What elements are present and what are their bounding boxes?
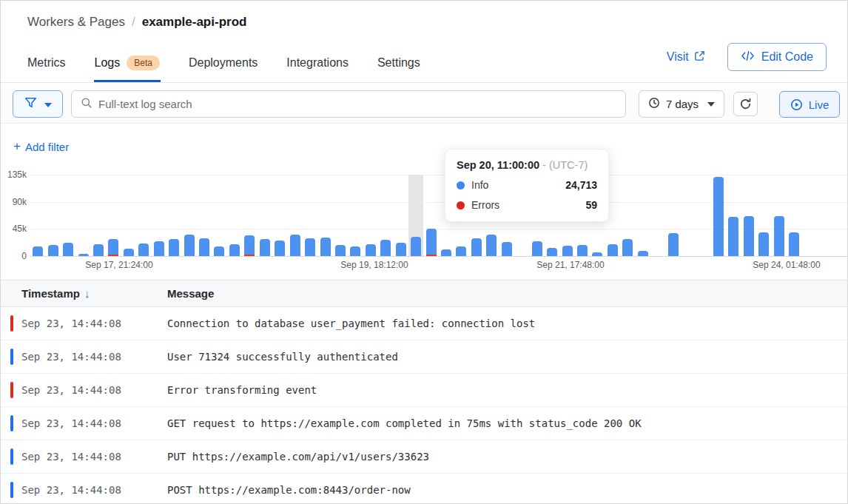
time-range-dropdown[interactable]: 7 days [639, 90, 724, 118]
log-volume-bar[interactable] [532, 241, 542, 256]
log-volume-bar[interactable] [335, 245, 346, 256]
log-volume-bar[interactable] [396, 243, 406, 256]
log-volume-bar[interactable] [305, 238, 315, 256]
log-volume-bar[interactable] [48, 245, 58, 256]
log-volume-bar[interactable] [275, 241, 285, 256]
tab-metrics[interactable]: Metrics [27, 48, 67, 82]
tooltip-series-label: Info [471, 179, 488, 191]
log-volume-bar[interactable] [366, 244, 376, 256]
info-segment [728, 217, 738, 256]
x-axis-tick: Sep 17, 21:24:00 [85, 260, 152, 270]
tooltip-row-errors: Errors59 [457, 199, 597, 211]
log-volume-bar[interactable] [789, 232, 799, 256]
log-volume-bar[interactable] [63, 243, 73, 256]
column-header-timestamp[interactable]: Timestamp ↓ [21, 280, 90, 306]
log-volume-bar[interactable] [214, 246, 224, 256]
log-volume-bar[interactable] [456, 246, 466, 256]
tab-settings[interactable]: Settings [377, 48, 421, 82]
log-volume-bar[interactable] [668, 233, 679, 256]
edit-code-button[interactable]: Edit Code [727, 43, 827, 71]
log-volume-bar[interactable] [758, 232, 769, 256]
error-segment [426, 255, 437, 257]
log-volume-bar[interactable] [184, 235, 195, 256]
log-volume-bar[interactable] [547, 248, 557, 256]
add-filter-link[interactable]: + Add filter [13, 139, 69, 154]
log-volume-bar[interactable] [774, 216, 784, 256]
chevron-down-icon [707, 102, 715, 107]
tooltip-rows: Info24,713Errors59 [457, 179, 597, 211]
info-segment [33, 246, 43, 256]
log-row[interactable]: Sep 23, 14:44:08Connection to database u… [1, 307, 847, 340]
log-volume-bar[interactable] [638, 251, 648, 256]
log-volume-bar[interactable] [426, 229, 437, 256]
chart-slot [121, 175, 136, 256]
log-volume-bar[interactable] [199, 238, 209, 256]
log-volume-bar[interactable] [229, 244, 240, 256]
log-volume-bar[interactable] [411, 237, 421, 256]
log-volume-bar[interactable] [486, 235, 497, 256]
log-volume-bar[interactable] [744, 216, 754, 256]
log-volume-bar[interactable] [93, 244, 104, 256]
info-level-indicator [10, 415, 13, 431]
log-volume-bar[interactable] [108, 239, 118, 256]
chart-slot [363, 175, 378, 256]
table-body: Sep 23, 14:44:08Connection to database u… [1, 307, 847, 503]
chart-slot [378, 175, 393, 256]
chart-slot [258, 175, 272, 256]
log-volume-bar[interactable] [260, 239, 270, 256]
log-volume-bar[interactable] [728, 217, 738, 256]
visit-link[interactable]: Visit [667, 50, 705, 64]
log-message: GET request to https://example.com compl… [167, 407, 642, 440]
breadcrumb-current: example-api-prod [142, 15, 247, 30]
refresh-button[interactable] [733, 92, 758, 116]
log-volume-bar[interactable] [78, 254, 89, 256]
info-level-indicator [10, 482, 13, 498]
log-row[interactable]: Sep 23, 14:44:08GET request to https://e… [1, 407, 847, 440]
log-row[interactable]: Sep 23, 14:44:08POST https://example.com… [1, 474, 847, 503]
tooltip-timezone: - (UTC-7) [542, 159, 588, 171]
log-volume-bar[interactable] [244, 235, 255, 256]
log-volume-bar[interactable] [290, 235, 300, 256]
log-volume-bar[interactable] [138, 243, 149, 256]
log-table: Timestamp ↓ Message Sep 23, 14:44:08Conn… [1, 280, 847, 503]
log-volume-bar[interactable] [33, 246, 43, 256]
log-volume-bar[interactable] [713, 177, 724, 256]
log-volume-bar[interactable] [502, 242, 512, 256]
log-row[interactable]: Sep 23, 14:44:08PUT https://example.com/… [1, 440, 847, 474]
log-volume-bar[interactable] [608, 244, 618, 256]
y-axis-tick: 45k [1, 224, 27, 234]
x-axis-tick: Sep 21, 17:48:00 [536, 260, 604, 270]
log-volume-bar[interactable] [577, 245, 588, 256]
tab-logs[interactable]: LogsBeta [94, 48, 161, 82]
info-segment [562, 246, 573, 256]
sort-descending-icon[interactable]: ↓ [84, 287, 90, 300]
info-segment [456, 246, 466, 256]
info-segment [547, 248, 557, 256]
log-volume-bar[interactable] [320, 238, 331, 256]
breadcrumb-parent[interactable]: Workers & Pages [27, 15, 125, 30]
live-button[interactable]: Live [779, 91, 840, 118]
info-segment [124, 249, 134, 256]
log-row[interactable]: Sep 23, 14:44:08User 71324 successfully … [1, 340, 847, 374]
log-volume-bar[interactable] [350, 246, 360, 256]
log-volume-bar[interactable] [622, 239, 633, 256]
log-volume-bar[interactable] [441, 249, 451, 256]
log-row[interactable]: Sep 23, 14:44:08Error transforming event [1, 374, 847, 407]
info-segment [577, 245, 588, 256]
log-timestamp: Sep 23, 14:44:08 [21, 474, 121, 503]
header-actions: Visit Edit Code [667, 43, 827, 71]
tooltip-series-label: Errors [471, 199, 499, 211]
log-volume-bar[interactable] [471, 238, 482, 256]
log-volume-bar[interactable] [124, 249, 134, 256]
log-volume-bar[interactable] [169, 239, 179, 256]
log-volume-bar[interactable] [154, 241, 164, 256]
visit-label: Visit [667, 50, 689, 64]
log-volume-bar[interactable] [592, 252, 602, 256]
log-search-input[interactable] [98, 98, 616, 110]
tab-deployments[interactable]: Deployments [188, 48, 258, 82]
tab-integrations[interactable]: Integrations [286, 48, 349, 82]
log-volume-bar[interactable] [380, 240, 391, 256]
info-segment [244, 235, 255, 254]
filter-menu-button[interactable] [13, 90, 63, 118]
log-volume-bar[interactable] [562, 246, 573, 256]
